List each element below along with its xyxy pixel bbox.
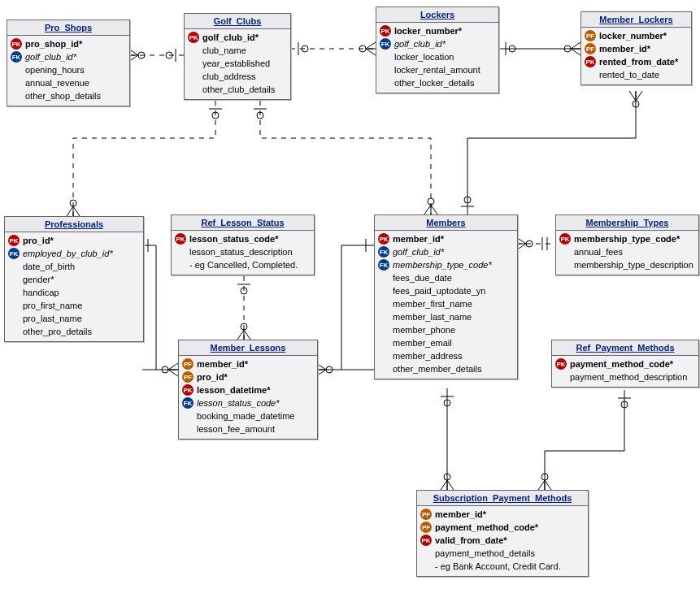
attribute-row: fees_due_date <box>378 271 514 284</box>
attribute-label: pro_id* <box>197 372 228 382</box>
svg-point-29 <box>428 198 434 205</box>
attribute-label: member_last_name <box>393 312 472 322</box>
attribute-label: payment_method_description <box>570 372 687 382</box>
no-key-icon <box>380 64 391 76</box>
attribute-row: other_member_details <box>378 362 514 375</box>
entity-title: Lockers <box>376 7 498 23</box>
pk-icon: PK <box>378 233 389 245</box>
attribute-row: - eg Bank Account, Credit Card. <box>420 560 585 573</box>
svg-point-10 <box>359 45 366 52</box>
entity-title: Member_Lockers <box>581 12 691 28</box>
attribute-label: payment_method_details <box>435 548 535 558</box>
svg-point-34 <box>464 197 471 203</box>
attribute-label: locker_location <box>394 52 454 62</box>
attribute-label: lesson_status_code* <box>189 234 278 244</box>
svg-line-38 <box>636 91 642 101</box>
entity-member_lessons: Member_LessonsPFmember_id*PFpro_id*PKles… <box>178 340 318 440</box>
attribute-row: handicap <box>8 286 140 299</box>
svg-point-49 <box>241 323 247 330</box>
entity-lockers: LockersPKlocker_number*FKgolf_club_id*lo… <box>376 6 499 93</box>
entity-body: PKpro_shop_id*FKgolf_club_id*opening_hou… <box>7 36 129 106</box>
entity-title: Ref_Payment_Methods <box>552 340 698 356</box>
attribute-row: date_of_birth <box>8 260 140 273</box>
entity-body: PKpro_id*FKemployed_by_club_id*date_of_b… <box>5 232 143 341</box>
attribute-label: rented_from_date* <box>599 57 678 67</box>
attribute-row: PKpro_shop_id* <box>11 37 126 50</box>
no-key-icon <box>188 71 199 82</box>
attribute-label: member_id* <box>599 44 650 54</box>
attribute-label: pro_last_name <box>23 314 82 323</box>
attribute-row: member_phone <box>378 323 514 336</box>
svg-line-24 <box>67 206 73 216</box>
conn-lockers-memberlockers <box>498 42 580 55</box>
entity-body: PKmember_id*FKgolf_club_id*FKmembership_… <box>375 231 517 379</box>
attribute-row: PKmember_id* <box>378 232 514 245</box>
svg-point-65 <box>444 400 450 406</box>
attribute-row: PFmember_id* <box>182 357 314 370</box>
attribute-label: - eg Bank Account, Credit Card. <box>435 561 561 571</box>
attribute-label: pro_first_name <box>23 301 82 310</box>
conn-members-memberlessons <box>316 239 374 376</box>
entity-body: PKlocker_number*FKgolf_club_id*locker_lo… <box>376 23 498 93</box>
attribute-row: lesson_status_description <box>175 245 311 258</box>
fk-icon: FK <box>8 248 20 259</box>
no-key-icon <box>8 326 20 337</box>
no-key-icon <box>378 298 389 310</box>
entity-ref_payment_methods: Ref_Payment_MethodsPKpayment_method_code… <box>551 340 699 388</box>
svg-line-73 <box>538 480 545 490</box>
attribute-label: opening_hours <box>25 65 85 75</box>
pk-icon: PK <box>585 56 596 67</box>
entity-title: Members <box>375 215 517 231</box>
pf-icon: PF <box>585 43 596 54</box>
attribute-row: locker_location <box>380 50 495 63</box>
conn-members-membershiptypes <box>516 237 555 250</box>
entity-subscription_payment_methods: Subscription_Payment_MethodsPFmember_id*… <box>416 490 589 577</box>
attribute-row: PFmember_id* <box>585 42 688 55</box>
svg-point-3 <box>138 52 145 58</box>
entity-body: PFmember_id*PFpayment_method_code*PKvali… <box>417 506 588 576</box>
pf-icon: PF <box>182 358 193 370</box>
svg-point-54 <box>162 366 168 373</box>
attribute-row: PFpayment_method_code* <box>420 521 585 534</box>
pk-icon: PK <box>8 235 20 246</box>
attribute-label: member_first_name <box>393 299 472 309</box>
svg-point-40 <box>526 240 533 247</box>
no-key-icon <box>8 287 20 298</box>
entity-body: PKgolf_club_id*club_nameyear_established… <box>185 29 290 99</box>
no-key-icon <box>420 548 432 559</box>
conn-lessonstatus-memberlessons <box>237 276 250 340</box>
attribute-row: annual_revenue <box>11 76 126 89</box>
no-key-icon <box>378 272 389 284</box>
svg-line-18 <box>571 42 580 49</box>
pk-icon: PK <box>559 233 571 245</box>
attribute-row: pro_first_name <box>8 299 140 312</box>
attribute-row: payment_method_description <box>555 370 695 383</box>
svg-line-69 <box>447 480 454 490</box>
no-key-icon <box>8 300 20 311</box>
erd-canvas: Pro_ShopsPKpro_shop_id*FKgolf_club_id*op… <box>0 0 700 589</box>
svg-line-11 <box>366 42 376 49</box>
attribute-row: lesson_fee_amount <box>182 422 314 435</box>
attribute-row: FKgolf_club_id* <box>378 245 514 258</box>
conn-paymethods-subscription <box>538 390 631 490</box>
attribute-label: lesson_datetime* <box>197 385 270 395</box>
no-key-icon <box>188 84 199 95</box>
attribute-label: annual_fees <box>574 247 623 257</box>
attribute-label: year_established <box>202 58 270 68</box>
attribute-label: other_pro_details <box>23 327 92 336</box>
entity-body: PKmembership_type_code*annual_feesmember… <box>556 231 698 275</box>
pf-icon: PF <box>585 30 596 41</box>
svg-line-13 <box>366 49 376 55</box>
attribute-row: PKpro_id* <box>8 234 140 247</box>
attribute-label: member_address <box>393 351 463 361</box>
attribute-label: locker_number* <box>599 31 667 41</box>
svg-point-9 <box>302 45 308 52</box>
attribute-label: member_id* <box>435 509 486 519</box>
attribute-label: date_of_birth <box>23 262 75 271</box>
entity-title: Ref_Lesson_Status <box>172 215 314 231</box>
attribute-label: golf_club_id* <box>393 247 444 257</box>
entity-title: Member_Lessons <box>179 340 317 356</box>
pk-icon: PK <box>555 358 567 370</box>
attribute-row: opening_hours <box>11 63 126 76</box>
attribute-label: lesson_status_code* <box>197 398 280 408</box>
